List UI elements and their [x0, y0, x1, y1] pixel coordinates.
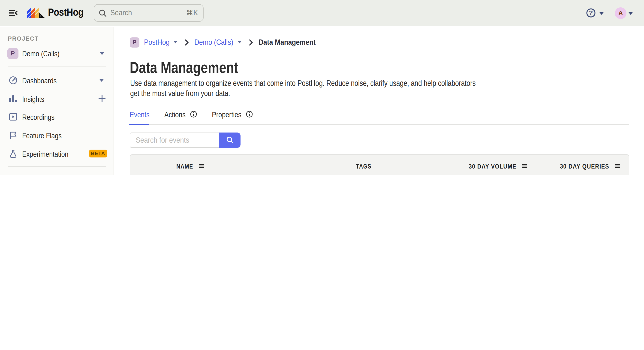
- svg-text:?: ?: [589, 9, 593, 16]
